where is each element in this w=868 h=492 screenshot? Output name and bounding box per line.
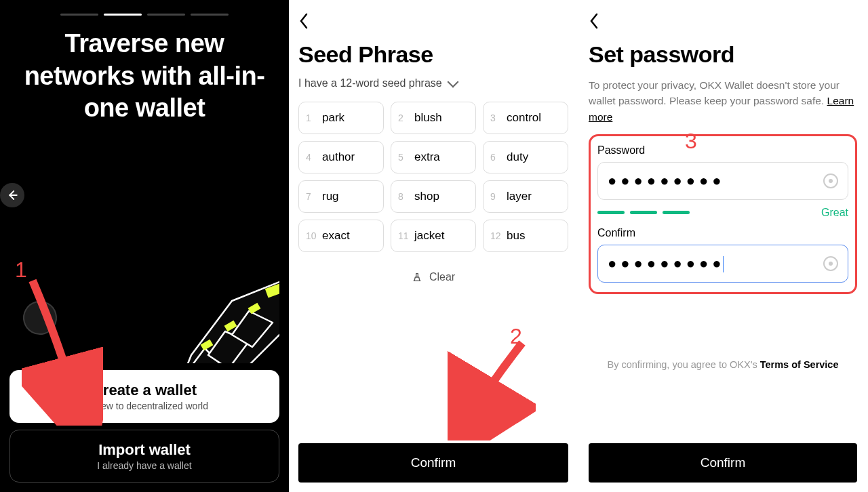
seed-word-value: exact [322, 229, 350, 243]
clear-button[interactable]: Clear [298, 271, 568, 283]
seed-word-input[interactable]: 10exact [298, 220, 384, 252]
password-description: To protect your privacy, OKX Wallet does… [589, 77, 857, 125]
set-password-screen: Set password To protect your privacy, OK… [578, 0, 868, 492]
seed-word-value: author [322, 150, 355, 164]
onboarding-title: Traverse new networks with all-in-one wa… [9, 28, 279, 125]
seed-word-value: blush [414, 111, 442, 125]
seed-word-value: park [322, 111, 344, 125]
seed-word-value: duty [507, 150, 528, 164]
annotation-number-2: 2 [510, 324, 522, 349]
password-input[interactable]: ●●●●●●●●● [597, 162, 848, 200]
seed-word-index: 2 [398, 112, 409, 123]
eye-icon[interactable] [823, 173, 838, 188]
seed-word-input[interactable]: 12bus [483, 220, 568, 252]
seed-word-input[interactable]: 11jacket [391, 220, 476, 252]
confirm-password-label: Confirm [597, 227, 848, 239]
seed-word-index: 4 [306, 152, 317, 163]
arrow-left-icon [6, 189, 18, 201]
seed-word-value: layer [507, 190, 532, 203]
annotation-number-3: 3 [685, 129, 697, 154]
seed-word-value: extra [414, 150, 440, 164]
seed-word-value: bus [507, 229, 525, 243]
seed-word-index: 11 [398, 230, 409, 241]
page-indicator [9, 14, 279, 16]
chevron-left-icon [589, 12, 599, 30]
seed-words-grid: 1park2blush3control4author5extra6duty7ru… [298, 102, 568, 252]
import-wallet-title: Import wallet [98, 441, 191, 459]
password-strength: Great [597, 207, 848, 219]
password-label: Password [597, 144, 848, 157]
seed-word-index: 3 [490, 112, 501, 123]
chevron-left-icon [298, 12, 309, 30]
seed-type-select[interactable]: I have a 12-word seed phrase [298, 77, 568, 89]
seed-type-label: I have a 12-word seed phrase [298, 77, 442, 89]
confirm-button[interactable]: Confirm [298, 443, 568, 483]
chevron-down-icon [447, 77, 458, 88]
seed-word-input[interactable]: 5extra [391, 141, 476, 173]
confirm-button[interactable]: Confirm [589, 443, 857, 483]
eye-icon[interactable] [823, 256, 838, 271]
robot-hand-icon [96, 274, 279, 364]
seed-word-input[interactable]: 3control [483, 102, 568, 134]
seed-word-index: 8 [398, 191, 409, 202]
seed-word-input[interactable]: 8shop [391, 180, 476, 213]
text-cursor [723, 256, 724, 272]
import-wallet-sub: I already have a wallet [97, 460, 191, 471]
seed-word-value: shop [414, 190, 439, 203]
back-button[interactable] [298, 8, 319, 41]
confirm-password-input[interactable]: ●●●●●●●●● [597, 245, 848, 283]
seed-word-input[interactable]: 7rug [298, 180, 384, 213]
back-button[interactable] [0, 183, 24, 207]
seed-word-value: rug [322, 190, 339, 203]
seed-word-index: 5 [398, 152, 409, 163]
seed-word-index: 12 [490, 230, 501, 241]
clear-label: Clear [429, 271, 455, 283]
tos-link[interactable]: Terms of Service [760, 359, 839, 370]
seed-word-input[interactable]: 4author [298, 141, 384, 173]
back-button[interactable] [589, 8, 609, 41]
password-form-highlight: Password ●●●●●●●●● Great Confirm ●●●●●●●… [589, 134, 857, 294]
seed-word-value: control [507, 111, 541, 125]
seed-word-index: 7 [306, 191, 317, 202]
seed-word-value: jacket [414, 229, 444, 243]
confirm-password-value: ●●●●●●●●● [608, 255, 816, 272]
annotation-arrow-2 [448, 339, 536, 440]
password-value: ●●●●●●●●● [608, 172, 816, 190]
seed-word-index: 9 [490, 191, 501, 202]
broom-icon [412, 272, 422, 283]
import-wallet-button[interactable]: Import wallet I already have a wallet [9, 430, 279, 483]
tos-notice: By confirming, you agree to OKX's Terms … [589, 359, 857, 370]
seed-word-index: 1 [306, 112, 317, 123]
strength-label: Great [821, 207, 848, 219]
seed-word-input[interactable]: 2blush [391, 102, 476, 134]
seed-word-input[interactable]: 9layer [483, 180, 568, 213]
create-wallet-title: Create a wallet [92, 382, 197, 399]
annotation-arrow-1 [22, 276, 103, 426]
page-title: Seed Phrase [298, 41, 568, 68]
seed-word-index: 10 [306, 230, 317, 241]
seed-word-input[interactable]: 6duty [483, 141, 568, 173]
seed-word-index: 6 [490, 152, 501, 163]
annotation-number-1: 1 [15, 258, 27, 283]
page-title: Set password [589, 41, 857, 68]
seed-word-input[interactable]: 1park [298, 102, 384, 134]
